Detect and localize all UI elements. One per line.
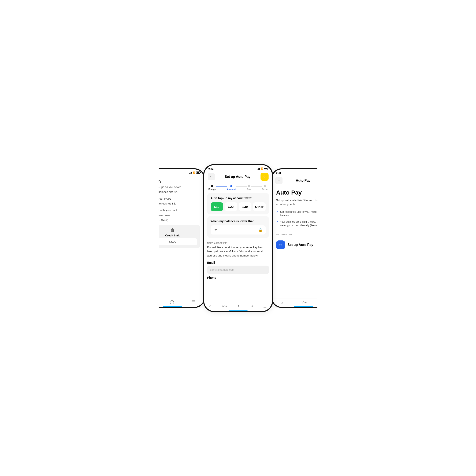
- check-mark-2: ✓: [276, 220, 278, 223]
- step-dot-energy: [211, 185, 213, 187]
- amount-btn-other[interactable]: Other: [253, 202, 266, 211]
- left-desc-1: c PAYG top-ups so you never: [141, 185, 204, 189]
- header-title-right: Auto Pay: [296, 179, 310, 183]
- auto-pay-main-title: Auto Pay: [272, 186, 335, 198]
- back-button-right[interactable]: ←: [275, 177, 283, 184]
- nav-home-icon[interactable]: ⌂: [209, 304, 211, 308]
- check-item-1: ✓ Set repeat top-ups for yo... meter whe…: [272, 209, 335, 218]
- bottom-nav-center: ⌂ ∿°∿ £ ○? ☰: [204, 302, 272, 311]
- check-text-1: Set repeat top-ups for yo... meter when …: [280, 210, 331, 217]
- signal-icon: [189, 171, 192, 174]
- setup-autopay-button[interactable]: ∞ Set up Auto Pay: [272, 238, 335, 252]
- amount-btn-20[interactable]: £20: [225, 202, 237, 211]
- left-desc-2: when your balance hits £2.: [141, 190, 204, 194]
- left-desc-6: ll never go overdrawn: [141, 213, 204, 217]
- step-label-pay: Pay: [247, 188, 251, 190]
- receipt-label: NEED A RECEIPT?: [207, 242, 269, 244]
- nav-activity-icon[interactable]: ∿°∿: [221, 305, 228, 308]
- phone-center: 9:41 📶 ← Set up Auto Pay ⚡: [203, 164, 273, 312]
- header-title-center: Set up Auto Pay: [224, 175, 250, 179]
- infinity-icon: ∞: [279, 243, 282, 247]
- status-bar-center: 9:41 📶: [204, 165, 272, 171]
- credit-limit-label: Credit limit: [165, 234, 180, 237]
- topup-card-title: Auto top-up my account with:: [211, 196, 266, 200]
- bottom-nav-left: £ ◯ ☰: [141, 298, 204, 307]
- back-button-center[interactable]: ←: [208, 173, 215, 180]
- receipt-description: If you'd like a receipt when your Auto P…: [207, 245, 269, 258]
- header-center: ← Set up Auto Pay ⚡: [204, 171, 272, 183]
- left-desc-5: o-up is paid with your bank: [141, 208, 204, 213]
- nav-bill-icon-right[interactable]: £: [325, 301, 326, 304]
- status-time-center: 9:41: [208, 167, 214, 170]
- stepper: Energy Amount Pay Done: [204, 183, 272, 191]
- topup-card: Auto top-up my account with: £10 £20 £30…: [207, 193, 269, 214]
- check-mark-1: ✓: [276, 210, 278, 214]
- step-line-3: [251, 186, 262, 187]
- status-time-right: 9:41: [276, 171, 281, 174]
- nav-home-icon-right[interactable]: ⌂: [281, 301, 283, 304]
- phone-left: 📶 Auto Pay c PAYG top-ups so you never w…: [140, 168, 205, 308]
- setup-autopay-icon: ∞: [276, 240, 285, 249]
- lock-icon: 🔒: [258, 228, 263, 232]
- step-amount: Amount: [227, 185, 236, 190]
- wifi-icon-right: 📶: [324, 172, 326, 174]
- nav-menu-icon[interactable]: ☰: [192, 300, 195, 304]
- battery-icon-right: [327, 172, 331, 174]
- status-bar-right: 9:41 📶: [272, 169, 335, 175]
- email-input[interactable]: sam@example.com: [207, 266, 269, 274]
- step-label-done: Done: [262, 188, 268, 190]
- nav-menu-icon-center[interactable]: ☰: [263, 304, 267, 308]
- left-desc-7: (like a Direct Debit).: [141, 218, 204, 222]
- credit-limit-value: £2.00: [148, 238, 197, 245]
- flash-button[interactable]: ⚡: [260, 173, 269, 181]
- step-energy: Energy: [208, 185, 216, 190]
- step-done: Done: [262, 185, 268, 190]
- check-item-2: ✓ Your auto top-up is paid ... card, so …: [272, 219, 335, 228]
- flash-icon: ⚡: [262, 174, 267, 179]
- step-line-1: [216, 186, 227, 187]
- battery-icon-center: [264, 168, 268, 170]
- battery-icon: [196, 171, 200, 174]
- header-right: ← Auto Pay: [272, 175, 335, 186]
- amount-btn-10[interactable]: £10: [211, 202, 223, 211]
- amount-btn-30[interactable]: £30: [239, 202, 252, 211]
- nav-help-icon-center[interactable]: ○?: [250, 305, 253, 308]
- setup-autopay-label: Set up Auto Pay: [288, 243, 313, 247]
- balance-card-title: When my balance is lower than:: [211, 220, 266, 223]
- step-dot-pay: [248, 185, 250, 187]
- signal-icon-right: [320, 172, 323, 174]
- email-label: Email: [204, 261, 272, 264]
- phone-right: 9:41 📶 ← Auto Pay: [271, 168, 337, 308]
- nav-bill-icon[interactable]: £: [150, 300, 152, 304]
- signal-icon-center: [257, 168, 260, 170]
- amount-options: £10 £20 £30 Other: [211, 202, 266, 211]
- left-desc-3: op-ups for your PAYG: [141, 197, 204, 201]
- balance-value: £2: [214, 228, 217, 232]
- trash-icon[interactable]: 🗑: [170, 228, 175, 233]
- phone-label: Phone: [204, 276, 272, 279]
- balance-card: When my balance is lower than: £2 🔒: [207, 216, 269, 238]
- step-line-2: [236, 186, 247, 187]
- balance-row: £2 🔒: [211, 225, 266, 235]
- check-text-2: Your auto top-up is paid ... card, so yo…: [280, 220, 331, 227]
- nav-activity-icon-right[interactable]: ∿°∿: [301, 301, 307, 304]
- nav-bill-icon-center[interactable]: £: [238, 305, 239, 308]
- page-title-left: Auto Pay: [141, 175, 204, 185]
- step-dot-amount: [230, 185, 232, 187]
- bottom-nav-right: ⌂ ∿°∿ £: [272, 299, 335, 307]
- credit-card: 🗑 Credit limit £2.00: [145, 225, 200, 248]
- get-started-label: GET STARTED: [272, 230, 335, 238]
- wifi-icon: 📶: [193, 171, 195, 174]
- step-pay: Pay: [247, 185, 251, 190]
- left-desc-4: your balance reaches £2.: [141, 202, 204, 206]
- step-label-energy: Energy: [208, 188, 216, 190]
- receipt-section: NEED A RECEIPT? If you'd like a receipt …: [204, 239, 272, 261]
- nav-help-icon[interactable]: ◯: [170, 300, 174, 304]
- wifi-icon-center: 📶: [260, 168, 263, 170]
- step-label-amount: Amount: [227, 188, 236, 190]
- auto-pay-description: Set up automatic PAYG top-u... forget to…: [272, 198, 335, 209]
- status-bar-left: 📶: [141, 169, 204, 175]
- step-dot-done: [264, 185, 266, 187]
